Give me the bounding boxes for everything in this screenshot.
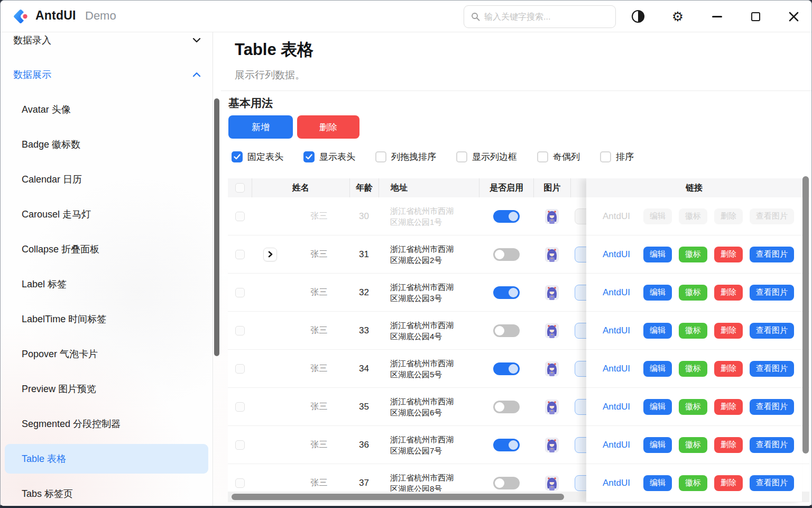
theme-toggle-button[interactable] [626, 1, 650, 32]
sidebar-group-data-display[interactable]: 数据展示 [13, 67, 202, 83]
row-action-edit-button[interactable]: 编辑 [643, 399, 672, 415]
sidebar-item[interactable]: Preview 图片预览 [5, 374, 208, 404]
row-avatar[interactable] [545, 247, 559, 262]
row-action-edit-button[interactable]: 编辑 [643, 437, 672, 453]
row-avatar[interactable] [545, 476, 559, 491]
sidebar-item[interactable]: Calendar 日历 [5, 165, 208, 194]
enabled-toggle[interactable] [493, 248, 520, 261]
row-checkbox[interactable] [235, 212, 245, 221]
option-checkbox[interactable]: 固定表头 [232, 151, 283, 163]
add-button[interactable]: 新增 [228, 115, 293, 139]
row-avatar[interactable] [545, 400, 559, 414]
enabled-toggle[interactable] [493, 401, 520, 413]
option-checkbox[interactable]: 奇偶列 [537, 151, 580, 163]
row-action-edit-button[interactable]: 编辑 [643, 323, 672, 339]
sidebar-item[interactable]: Table 表格 [5, 444, 208, 474]
row-link[interactable]: AntdUI [598, 478, 635, 488]
row-action-badge-button[interactable]: 徽标 [679, 361, 707, 377]
column-header-address[interactable]: 地址 [379, 178, 479, 197]
row-action-badge-button[interactable]: 徽标 [679, 208, 707, 224]
sidebar-item[interactable]: Label 标签 [5, 269, 208, 299]
column-header-enabled[interactable]: 是否启用 [479, 178, 533, 197]
enabled-toggle[interactable] [493, 286, 520, 299]
row-action-delete-button[interactable]: 删除 [714, 285, 743, 301]
row-action-badge-button[interactable]: 徽标 [679, 285, 707, 301]
sidebar-item[interactable]: Collapse 折叠面板 [5, 234, 208, 264]
row-link[interactable]: AntdUI [598, 325, 635, 336]
row-action-edit-button[interactable]: 编辑 [643, 247, 672, 262]
row-link[interactable]: AntdUI [598, 440, 635, 450]
sidebar-group-data-entry[interactable]: 数据录入 [13, 32, 202, 48]
row-avatar[interactable] [545, 438, 559, 452]
sidebar-item[interactable]: Avatar 头像 [5, 95, 208, 124]
sidebar-scrollbar[interactable] [214, 98, 219, 356]
option-checkbox[interactable]: 显示列边框 [456, 151, 517, 163]
row-checkbox[interactable] [235, 402, 245, 412]
sidebar-item[interactable]: Popover 气泡卡片 [5, 339, 208, 369]
row-link[interactable]: AntdUI [598, 402, 635, 412]
column-header-name[interactable]: 姓名 [252, 178, 349, 197]
enabled-toggle[interactable] [493, 210, 520, 223]
row-action-delete-button[interactable]: 删除 [714, 208, 743, 224]
column-header-image[interactable]: 图片 [533, 178, 570, 197]
row-action-badge-button[interactable]: 徽标 [679, 437, 707, 453]
row-checkbox[interactable] [235, 364, 245, 374]
row-action-view-image-button[interactable]: 查看图片 [750, 323, 794, 339]
close-button[interactable] [782, 1, 805, 32]
row-link[interactable]: AntdUI [598, 249, 635, 260]
row-avatar[interactable] [545, 285, 559, 300]
row-action-delete-button[interactable]: 删除 [714, 247, 743, 262]
enabled-toggle[interactable] [493, 439, 520, 451]
row-checkbox[interactable] [235, 250, 245, 259]
row-action-delete-button[interactable]: 删除 [714, 399, 743, 415]
row-action-view-image-button[interactable]: 查看图片 [750, 399, 794, 415]
sidebar-item[interactable]: Segmented 分段控制器 [5, 409, 208, 439]
sidebar-item[interactable]: Tabs 标签页 [5, 479, 208, 506]
select-all-checkbox[interactable] [235, 183, 245, 193]
row-action-view-image-button[interactable]: 查看图片 [750, 361, 794, 377]
row-action-delete-button[interactable]: 删除 [714, 323, 743, 339]
minimize-button[interactable] [705, 1, 728, 32]
row-action-badge-button[interactable]: 徽标 [679, 399, 707, 415]
option-checkbox[interactable]: 列拖拽排序 [375, 151, 436, 163]
maximize-button[interactable] [744, 1, 767, 32]
row-action-delete-button[interactable]: 删除 [714, 361, 743, 377]
row-action-view-image-button[interactable]: 查看图片 [750, 285, 794, 301]
row-action-view-image-button[interactable]: 查看图片 [750, 208, 794, 224]
row-action-edit-button[interactable]: 编辑 [643, 208, 672, 224]
row-action-view-image-button[interactable]: 查看图片 [750, 437, 794, 453]
row-action-view-image-button[interactable]: 查看图片 [750, 247, 794, 262]
row-checkbox[interactable] [235, 326, 245, 335]
sidebar-item[interactable]: Badge 徽标数 [5, 130, 208, 159]
expand-row-button[interactable] [263, 248, 277, 261]
row-action-edit-button[interactable]: 编辑 [643, 285, 672, 301]
column-header-age[interactable]: 年龄 [349, 178, 379, 197]
row-avatar[interactable] [545, 209, 559, 224]
search-input[interactable] [484, 12, 615, 22]
vertical-scrollbar[interactable] [802, 176, 809, 453]
horizontal-scrollbar-thumb[interactable] [232, 494, 564, 500]
row-action-badge-button[interactable]: 徽标 [679, 323, 707, 339]
row-action-badge-button[interactable]: 徽标 [679, 475, 707, 491]
row-checkbox[interactable] [235, 478, 245, 488]
option-checkbox[interactable]: 显示表头 [303, 151, 355, 163]
delete-button[interactable]: 删除 [297, 115, 359, 139]
row-action-delete-button[interactable]: 删除 [714, 475, 743, 491]
row-link[interactable]: AntdUI [598, 287, 635, 298]
row-checkbox[interactable] [235, 440, 245, 450]
row-action-view-image-button[interactable]: 查看图片 [750, 475, 794, 491]
settings-button[interactable]: ⚙ [666, 1, 689, 32]
row-action-edit-button[interactable]: 编辑 [643, 475, 672, 491]
row-link[interactable]: AntdUI [598, 211, 635, 222]
row-action-badge-button[interactable]: 徽标 [679, 247, 707, 262]
enabled-toggle[interactable] [493, 324, 520, 337]
row-avatar[interactable] [545, 361, 559, 376]
global-search[interactable] [464, 5, 616, 28]
enabled-toggle[interactable] [493, 477, 520, 489]
sidebar-item[interactable]: LabelTime 时间标签 [5, 304, 208, 334]
row-checkbox[interactable] [235, 288, 245, 297]
enabled-toggle[interactable] [493, 362, 520, 375]
row-avatar[interactable] [545, 323, 559, 338]
row-action-delete-button[interactable]: 删除 [714, 437, 743, 453]
row-link[interactable]: AntdUI [598, 364, 635, 374]
